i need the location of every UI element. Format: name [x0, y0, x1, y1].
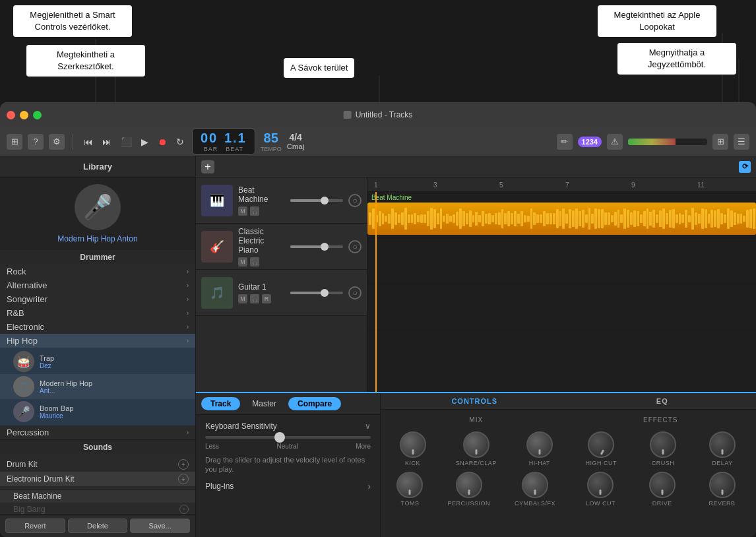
knob-kick-control[interactable] [400, 431, 426, 458]
knob-highcut-control[interactable] [588, 431, 614, 458]
knob-cymbals-control[interactable] [522, 472, 548, 498]
controls-tab[interactable]: Controls [387, 397, 562, 405]
wave-bar [582, 210, 584, 228]
drummer-boombap[interactable]: 🎤 Boom Bap Maurice [0, 399, 195, 424]
headphone-icon[interactable]: 🎧 [250, 206, 259, 216]
genre-electronic[interactable]: Electronic › [0, 320, 195, 334]
mute-icon[interactable]: M [238, 294, 247, 303]
genre-percussion[interactable]: Percussion › [0, 426, 195, 439]
maximize-button[interactable] [33, 111, 42, 119]
genre-rock[interactable]: Rock › [0, 265, 195, 278]
knob-hihat-control[interactable] [526, 431, 553, 458]
track-row-electric-piano[interactable]: 🎸 Classic Electric Piano M 🎧 [196, 224, 367, 270]
expand-icon[interactable]: ∨ [365, 422, 371, 431]
mute-icon[interactable]: M [238, 206, 247, 216]
track-end-btn[interactable]: ○ [348, 286, 362, 300]
volume-slider[interactable] [290, 245, 343, 248]
wave-bar [401, 212, 404, 226]
window-title: Untitled - Tracks [344, 110, 413, 119]
sound-beat-machine[interactable]: Beat Machine [0, 490, 195, 503]
knob-toms-control[interactable] [396, 472, 423, 498]
kit-drum-btn[interactable]: + [178, 459, 189, 470]
pencil-icon[interactable]: ✏ [557, 134, 573, 150]
revert-button[interactable]: Revert [5, 519, 65, 533]
loop-mode-icon[interactable]: ⟳ [739, 161, 751, 173]
knob-tick [534, 490, 536, 495]
genre-hiphop[interactable]: Hip Hop › [0, 334, 195, 348]
knob-delay-control[interactable] [709, 431, 736, 458]
add-track-button[interactable]: + [201, 160, 214, 174]
wave-bar [710, 210, 713, 227]
notepad-icon[interactable]: ☰ [734, 134, 749, 150]
traffic-lights[interactable] [7, 111, 42, 119]
kit-electronic[interactable]: Electronic Drum Kit + [0, 472, 195, 486]
kit-electronic-btn[interactable]: + [178, 474, 189, 484]
mute-icon[interactable]: M [238, 257, 247, 267]
volume-slider[interactable] [290, 199, 343, 202]
wave-bar [617, 210, 620, 228]
record-button[interactable]: ⏺ [155, 135, 170, 148]
volume-thumb[interactable] [321, 197, 329, 205]
settings-icon[interactable]: ⚙ [49, 134, 65, 150]
genre-alternative[interactable]: Alternative › [0, 278, 195, 292]
sensitivity-slider[interactable] [205, 436, 371, 439]
wave-bar [437, 213, 439, 224]
track-row-beat-machine[interactable]: 🎹 Beat Machine M 🎧 [196, 177, 367, 224]
volume-slider[interactable] [290, 292, 343, 294]
wave-bar [475, 212, 478, 225]
track-thumb-beat-machine: 🎹 [201, 185, 233, 216]
minimize-button[interactable] [20, 111, 28, 119]
genre-rnb[interactable]: R&B › [0, 306, 195, 320]
toolbar-separator-1 [73, 134, 73, 150]
forward-button[interactable]: ⏭ [100, 135, 114, 148]
wave-bar [369, 212, 371, 225]
playhead[interactable] [375, 192, 377, 392]
knob-lowcut-control[interactable] [587, 472, 614, 498]
more-label: More [356, 443, 371, 450]
genre-songwriter[interactable]: Songwriter › [0, 292, 195, 306]
sound-big-bang[interactable]: Big Bang + [0, 503, 195, 514]
titlebar: Untitled - Tracks [0, 102, 756, 127]
plugins-row[interactable]: Plug-ins › [205, 481, 371, 491]
sensitivity-thumb[interactable] [274, 432, 285, 443]
knob-crush-control[interactable] [650, 431, 676, 458]
wave-bar [630, 212, 633, 225]
rec-icon[interactable]: R [262, 294, 271, 303]
waveform-beat-machine[interactable]: Beat Machine [367, 192, 756, 238]
stop-button[interactable]: ⬛ [118, 135, 135, 148]
rewind-button[interactable]: ⏮ [81, 135, 96, 148]
play-button[interactable]: ▶ [139, 135, 151, 148]
knob-perc-control[interactable] [456, 472, 482, 498]
knob-drive-control[interactable] [649, 472, 676, 498]
tab-track[interactable]: Track [201, 397, 240, 410]
headphone-icon[interactable]: 🎧 [250, 294, 259, 303]
cycle-button[interactable]: ↻ [173, 135, 187, 148]
knob-snare-control[interactable] [463, 431, 489, 458]
loop-icon[interactable]: ⊞ [712, 134, 728, 150]
wave-bar [398, 214, 400, 222]
wave-bar [633, 210, 636, 227]
knob-reverb-control[interactable] [709, 472, 736, 498]
close-button[interactable] [7, 111, 15, 119]
track-end-btn[interactable]: ○ [348, 194, 362, 207]
delete-button[interactable]: Delete [68, 519, 128, 533]
help-icon[interactable]: ? [28, 134, 44, 150]
track-end-btn[interactable]: ○ [348, 240, 362, 253]
volume-thumb[interactable] [321, 289, 329, 297]
kit-drum[interactable]: Drum Kit + [0, 457, 195, 472]
headphone-icon[interactable]: 🎧 [250, 257, 259, 267]
eq-tab[interactable]: EQ [575, 397, 750, 405]
loop-badge[interactable]: 1234 [578, 137, 602, 147]
track-info-electric-piano: Classic Electric Piano M 🎧 [238, 227, 285, 267]
track-row-guitar[interactable]: 🎵 Guitar 1 M 🎧 R [196, 270, 367, 316]
waveform-label-beat-machine: Beat Machine [371, 194, 412, 201]
drummer-modern[interactable]: 🎵 Modern Hip Hop Ant... [0, 374, 195, 399]
tab-compare[interactable]: Compare [288, 397, 341, 410]
drummer-trap[interactable]: 🥁 Trap Dez [0, 349, 195, 374]
panel-icon[interactable]: ⊞ [7, 134, 22, 150]
volume-thumb[interactable] [321, 243, 329, 251]
save-button[interactable]: Save... [130, 519, 190, 533]
tab-master[interactable]: Master [243, 397, 286, 410]
warn-icon[interactable]: ⚠ [607, 134, 623, 150]
knob-tick [475, 449, 477, 455]
